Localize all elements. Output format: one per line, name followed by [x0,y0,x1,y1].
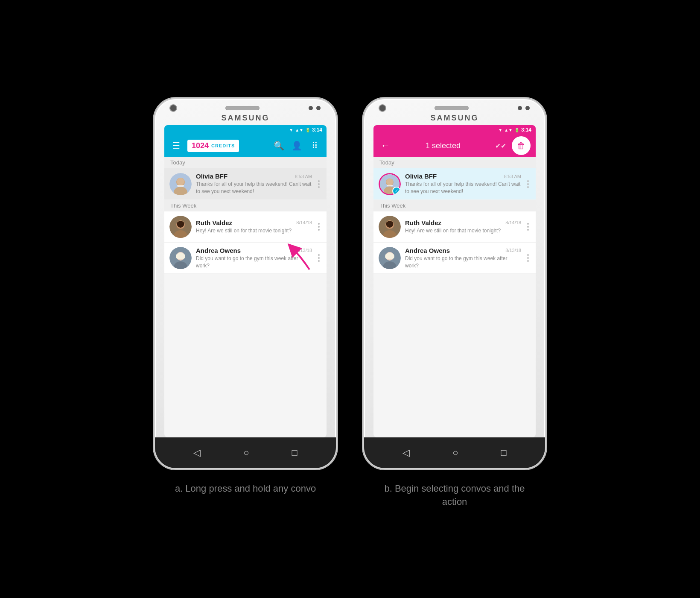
convo-time-ruth-a: 8/14/18 [296,220,312,225]
selected-count-text: 1 selected [397,141,490,150]
search-icon[interactable]: 🔍 [272,139,286,152]
caption-b: b. Begin selecting convos and the action [378,482,531,509]
section-today-a: Today [164,157,327,168]
phone-a-sensors [309,106,321,110]
phone-a-top [155,99,336,111]
svg-rect-17 [387,185,393,186]
menu-icon[interactable]: ☰ [169,139,183,152]
avatar-ruth-a [169,216,192,238]
phone-a-sensor-2 [316,106,321,110]
phone-b-wrapper: SAMSUNG ▼ ▲▼ 🔋 3:14 ← 1 selected ✔✔ [363,98,546,509]
credits-badge: 1024 CREDITS [187,140,239,152]
phone-b-sensors [518,106,530,110]
convo-time-olivia-b: 8:53 AM [504,174,521,179]
phone-b-bottom-nav: ◁ ○ □ [364,437,545,468]
convo-item-olivia-a[interactable]: Olivia BFF 8:53 AM Thanks for all of you… [164,168,327,200]
phone-b-sensor-2 [525,106,530,110]
phone-b-time: 3:14 [521,127,531,133]
credits-label: CREDITS [211,143,235,148]
phone-a-network-icon: ▲▼ [295,128,303,132]
phone-a-status-bar: ▼ ▲▼ 🔋 3:14 [164,125,327,135]
phone-a-camera [170,105,176,111]
scene: SAMSUNG ▼ ▲▼ 🔋 3:14 ☰ 1024 [0,0,700,598]
convo-content-ruth-b: Ruth Valdez 8/14/18 Hey! Are we still on… [405,219,521,235]
convo-name-ruth-b: Ruth Valdez [405,219,441,226]
phone-b-screen: ▼ ▲▼ 🔋 3:14 ← 1 selected ✔✔ 🗑 [373,125,536,437]
phone-a-battery-icon: 🔋 [305,128,310,132]
avatar-olivia-b: ✓ [379,173,401,195]
back-icon-b[interactable]: ← [379,139,392,152]
phone-b: SAMSUNG ▼ ▲▼ 🔋 3:14 ← 1 selected ✔✔ [363,98,546,469]
double-check-icon[interactable]: ✔✔ [494,139,508,152]
recents-btn-a[interactable]: □ [292,447,298,458]
arrow-area [164,274,327,437]
contacts-icon[interactable]: 👤 [290,139,303,152]
phone-b-battery-icon: 🔋 [514,128,519,132]
convo-header-olivia-a: Olivia BFF 8:53 AM [196,173,312,180]
home-btn-a[interactable]: ○ [243,447,249,458]
back-btn-b[interactable]: ◁ [402,447,410,458]
trash-icon: 🗑 [517,141,525,151]
phone-b-camera [379,105,385,111]
convo-content-ruth-a: Ruth Valdez 8/14/18 Hey! Are we still on… [196,219,312,235]
avatar-ruth-b [379,216,401,238]
convo-item-ruth-a[interactable]: Ruth Valdez 8/14/18 Hey! Are we still on… [164,211,327,243]
phone-b-signal-icon: ▼ [498,128,502,132]
phone-a-app-bar: ☰ 1024 CREDITS 🔍 👤 ⠿ [164,135,327,157]
convo-name-andrea-a: Andrea Owens [196,247,241,254]
convo-name-ruth-a: Ruth Valdez [196,219,232,226]
section-thisweek-a: This Week [164,200,327,211]
convo-item-andrea-b[interactable]: Andrea Owens 8/13/18 Did you want to go … [373,243,536,274]
phone-b-network-icon: ▲▼ [504,128,513,132]
phone-a-signal-icon: ▼ [289,128,293,132]
back-btn-a[interactable]: ◁ [193,447,201,458]
svg-point-3 [177,178,184,185]
caption-a: a. Long press and hold any convo [175,482,316,495]
convo-msg-andrea-b: Did you want to go to the gym this week … [405,255,521,270]
svg-rect-4 [177,185,184,187]
convo-name-olivia-a: Olivia BFF [196,173,228,180]
convo-msg-ruth-b: Hey! Are we still on for that movie toni… [405,227,521,235]
convo-header-ruth-b: Ruth Valdez 8/14/18 [405,219,521,226]
convo-time-ruth-b: 8/14/18 [505,220,521,225]
phone-b-brand: SAMSUNG [364,114,545,123]
grid-icon[interactable]: ⠿ [308,139,321,152]
phone-a-sensor-1 [309,106,313,110]
convo-name-olivia-b: Olivia BFF [405,173,437,180]
phone-b-top [364,99,545,111]
more-btn-olivia-a[interactable] [316,180,321,188]
phones-row: SAMSUNG ▼ ▲▼ 🔋 3:14 ☰ 1024 [154,98,546,509]
more-btn-andrea-b[interactable] [525,254,531,262]
convo-name-andrea-b: Andrea Owens [405,247,450,254]
phone-b-speaker [435,106,469,110]
phone-a-screen: ▼ ▲▼ 🔋 3:14 ☰ 1024 CREDITS 🔍 [164,125,327,437]
delete-button[interactable]: 🗑 [512,136,531,155]
phone-a-brand: SAMSUNG [155,114,336,123]
convo-time-olivia-a: 8:53 AM [295,174,312,179]
check-overlay-olivia: ✓ [392,187,401,195]
avatar-andrea-b [379,247,401,269]
phone-a-speaker [225,106,260,110]
phone-a-wrapper: SAMSUNG ▼ ▲▼ 🔋 3:14 ☰ 1024 [154,98,337,495]
more-btn-ruth-a[interactable] [316,223,321,231]
phone-a: SAMSUNG ▼ ▲▼ 🔋 3:14 ☰ 1024 [154,98,337,469]
recents-btn-b[interactable]: □ [501,447,507,458]
phone-a-bottom-nav: ◁ ○ □ [155,437,336,468]
svg-point-16 [386,178,393,185]
convo-msg-ruth-a: Hey! Are we still on for that movie toni… [196,227,312,235]
convo-header-andrea-b: Andrea Owens 8/13/18 [405,247,521,254]
section-thisweek-b: This Week [373,200,536,211]
more-btn-ruth-b[interactable] [525,223,531,231]
more-btn-olivia-b[interactable] [525,180,531,188]
phone-a-time: 3:14 [312,127,322,133]
credits-number: 1024 [192,141,209,150]
convo-header-ruth-a: Ruth Valdez 8/14/18 [196,219,312,226]
convo-msg-olivia-b: Thanks for all of your help this weekend… [405,181,521,195]
avatar-andrea-a [169,247,192,269]
home-btn-b[interactable]: ○ [452,447,458,458]
convo-item-ruth-b[interactable]: Ruth Valdez 8/14/18 Hey! Are we still on… [373,211,536,243]
convo-content-olivia-a: Olivia BFF 8:53 AM Thanks for all of you… [196,173,312,195]
phone-b-status-bar: ▼ ▲▼ 🔋 3:14 [373,125,536,135]
convo-header-olivia-b: Olivia BFF 8:53 AM [405,173,521,180]
convo-item-olivia-b[interactable]: ✓ Olivia BFF 8:53 AM Thanks for all of y… [373,168,536,200]
